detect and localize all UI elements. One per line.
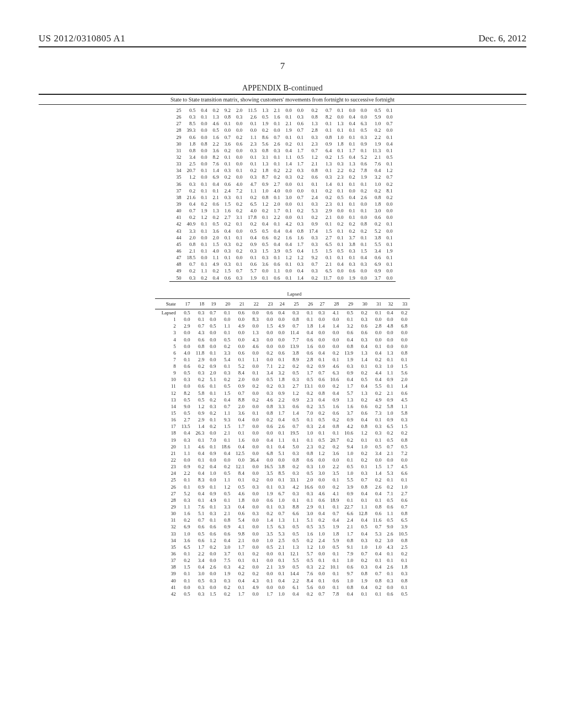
table-row: 260.30.11.30.80.32.60.51.60.10.30.88.20.… bbox=[169, 114, 395, 120]
table-row: 230.90.20.40.212.10.016.53.80.20.31.02.2… bbox=[155, 463, 410, 470]
table-row: 301.65.10.32.10.60.30.20.76.63.00.40.76.… bbox=[155, 510, 410, 517]
table-row: 90.50.32.00.38.40.13.43.20.51.70.76.30.9… bbox=[155, 370, 410, 376]
table-row: 10.00.10.00.00.08.30.00.00.80.10.00.00.1… bbox=[155, 316, 410, 323]
appendix-subtitle: State to State transition matrix, showin… bbox=[39, 94, 526, 105]
table-row: 390.40.20.61.50.26.51.22.00.00.10.32.30.… bbox=[169, 201, 395, 207]
table-row: 64.011.80.13.30.60.00.20.63.80.60.40.213… bbox=[155, 350, 410, 356]
table-row: 332.50.07.60.10.00.11.30.11.41.72.11.30.… bbox=[169, 160, 395, 167]
table-row: 370.23.40.07.50.10.10.00.15.50.50.10.11.… bbox=[155, 557, 410, 564]
table-row: 400.10.50.30.30.44.30.10.42.28.40.10.61.… bbox=[155, 577, 410, 584]
table-row: 291.17.60.13.30.40.00.10.38.82.90.10.122… bbox=[155, 504, 410, 510]
transition-table-lower: Lapsed State1718192021222324252627282930… bbox=[155, 290, 410, 597]
table-row: Lapsed0.50.30.70.10.60.00.60.40.30.10.34… bbox=[155, 309, 410, 316]
table-row: 180.426.30.02.10.10.00.00.119.51.00.10.1… bbox=[155, 430, 410, 436]
table-row: 1713.51.40.21.51.70.00.62.60.70.32.40.84… bbox=[155, 423, 410, 430]
table-row: 4718.50.01.10.10.00.10.30.11.21.29.20.10… bbox=[169, 254, 395, 261]
patent-number: US 2012/0310805 A1 bbox=[39, 33, 125, 44]
table-row: 343.60.61.20.42.10.01.02.50.50.22.45.90.… bbox=[155, 537, 410, 544]
header-rule bbox=[39, 46, 526, 47]
table-row: 381.50.42.60.34.20.02.13.90.50.32.210.10… bbox=[155, 564, 410, 570]
table-row: 420.50.31.50.21.70.01.71.00.40.20.77.80.… bbox=[155, 591, 410, 597]
page-number: 7 bbox=[39, 61, 526, 72]
table-row: 433.30.13.60.40.00.50.50.40.40.817.41.50… bbox=[169, 228, 395, 234]
appendix-title: APPENDIX B-continued bbox=[39, 84, 526, 93]
table1-wrap: State to State transition matrix, showin… bbox=[39, 94, 526, 282]
table-row: 30.04.30.00.10.01.30.00.011.40.40.00.00.… bbox=[155, 329, 410, 336]
table-row: 331.00.50.60.69.80.03.55.30.51.61.01.81.… bbox=[155, 531, 410, 537]
patent-date: Dec. 6, 2012 bbox=[478, 33, 526, 44]
table-row: 326.90.60.60.94.10.01.56.30.50.53.51.92.… bbox=[155, 523, 410, 530]
table-row: 190.30.17.00.11.60.00.41.10.10.10.520.70… bbox=[155, 437, 410, 443]
table-row: 275.20.40.90.54.60.01.96.70.30.34.64.10.… bbox=[155, 490, 410, 497]
table-row: 442.00.02.00.10.10.40.60.21.61.60.32.70.… bbox=[169, 234, 395, 241]
table-row: 162.72.90.19.30.40.00.20.40.50.10.50.20.… bbox=[155, 416, 410, 423]
table-row: 150.50.90.21.13.60.10.81.71.47.00.20.63.… bbox=[155, 410, 410, 416]
table-row: 450.80.11.50.30.20.90.50.40.41.70.36.50.… bbox=[169, 241, 395, 248]
table-row: 278.50.04.60.10.00.11.90.12.10.61.30.11.… bbox=[169, 120, 395, 127]
table-row: 410.21.20.22.73.117.80.12.20.00.10.22.10… bbox=[169, 214, 395, 221]
table-row: 50.00.80.00.20.04.60.00.013.91.60.00.00.… bbox=[155, 343, 410, 350]
table-row: 70.12.90.05.40.11.10.00.18.92.80.10.11.9… bbox=[155, 356, 410, 363]
table-row: 201.14.60.118.60.40.00.10.45.02.30.20.29… bbox=[155, 443, 410, 450]
table-row: 500.30.20.40.60.31.90.10.60.11.40.211.70… bbox=[169, 275, 395, 282]
table-row: 310.20.70.10.85.40.01.41.31.15.10.20.42.… bbox=[155, 517, 410, 523]
table-row: 130.50.50.20.48.80.24.62.20.92.30.40.91.… bbox=[155, 397, 410, 403]
table-row: 22.90.70.51.14.90.01.54.90.71.81.41.43.2… bbox=[155, 323, 410, 329]
table-row: 280.30.14.90.11.80.00.61.00.10.10.618.90… bbox=[155, 497, 410, 504]
table-row: 351.20.06.90.20.00.38.70.20.30.20.60.32.… bbox=[169, 174, 395, 180]
table-row: 220.00.10.00.00.036.40.00.00.80.60.00.00… bbox=[155, 457, 410, 463]
table-row: 149.01.20.30.72.00.00.83.30.60.23.51.61.… bbox=[155, 403, 410, 410]
page: US 2012/0310805 A1 Dec. 6, 2012 7 APPEND… bbox=[0, 0, 565, 728]
table-row: 323.40.08.20.10.00.13.10.11.10.51.20.21.… bbox=[169, 154, 395, 160]
table-row: 250.50.40.29.22.011.51.32.10.00.00.20.70… bbox=[169, 107, 395, 114]
table-row: 301.80.82.23.60.62.35.62.60.20.12.30.91.… bbox=[169, 141, 395, 147]
state-col-header: State bbox=[155, 298, 179, 309]
table-row: 356.51.70.23.01.70.00.52.11.31.21.00.59.… bbox=[155, 544, 410, 550]
table-row: 128.25.80.11.50.70.00.30.91.20.20.80.45.… bbox=[155, 390, 410, 397]
table-row: 390.13.00.01.90.20.20.00.114.47.60.00.19… bbox=[155, 570, 410, 577]
table-row: 242.20.41.00.58.40.03.58.50.30.53.03.51.… bbox=[155, 470, 410, 477]
table-row: 40.00.60.00.50.04.30.00.07.70.60.00.00.4… bbox=[155, 336, 410, 343]
table-row: 490.21.10.21.50.75.70.01.10.00.40.36.50.… bbox=[169, 267, 395, 274]
table-row: 80.60.20.90.15.20.07.12.20.20.20.94.60.3… bbox=[155, 363, 410, 370]
table-row: 290.60.01.60.70.21.18.60.70.10.10.30.81.… bbox=[169, 134, 395, 141]
table-row: 4240.90.10.50.20.10.20.40.14.20.30.90.10… bbox=[169, 221, 395, 227]
table-row: 3821.60.12.10.30.10.20.80.13.00.72.40.20… bbox=[169, 194, 395, 201]
table-row: 211.10.40.90.412.50.06.85.10.30.81.23.61… bbox=[155, 450, 410, 457]
page-header: US 2012/0310805 A1 Dec. 6, 2012 bbox=[39, 33, 526, 44]
table-row: 360.12.20.03.70.10.20.00.112.15.70.00.17… bbox=[155, 550, 410, 557]
table-row: 480.70.14.90.30.10.63.60.60.10.30.72.10.… bbox=[169, 261, 395, 267]
table-row: 400.71.91.31.60.24.00.21.70.10.25.32.90.… bbox=[169, 207, 395, 214]
table-row: 260.10.90.11.20.50.30.10.34.216.60.00.23… bbox=[155, 484, 410, 490]
table-row: 100.30.25.10.22.00.00.51.80.30.50.610.60… bbox=[155, 376, 410, 383]
table-row: 3420.70.11.40.30.10.21.80.22.20.30.80.12… bbox=[169, 167, 395, 174]
table-row: 462.10.14.00.30.20.31.53.90.50.41.51.50.… bbox=[169, 248, 395, 254]
table-row: 110.00.60.10.50.90.20.20.32.713.10.00.21… bbox=[155, 383, 410, 389]
table-row: 2839.30.00.50.00.00.00.20.01.90.72.80.10… bbox=[169, 127, 395, 133]
table-row: 360.30.10.40.64.04.70.92.70.00.10.11.40.… bbox=[169, 181, 395, 188]
table-row: 370.20.10.12.47.21.11.04.00.00.00.10.20.… bbox=[169, 188, 395, 194]
table-row: 250.18.30.01.10.10.20.00.133.12.00.00.15… bbox=[155, 477, 410, 483]
table-row: 410.00.30.00.20.14.90.00.06.15.60.00.10.… bbox=[155, 584, 410, 591]
table-row: 310.80.03.60.20.00.30.80.30.41.70.76.40.… bbox=[169, 147, 395, 154]
transition-table-upper: 250.50.40.29.22.011.51.32.10.00.00.20.70… bbox=[169, 107, 395, 282]
group-label-lapsed: Lapsed bbox=[179, 290, 410, 299]
